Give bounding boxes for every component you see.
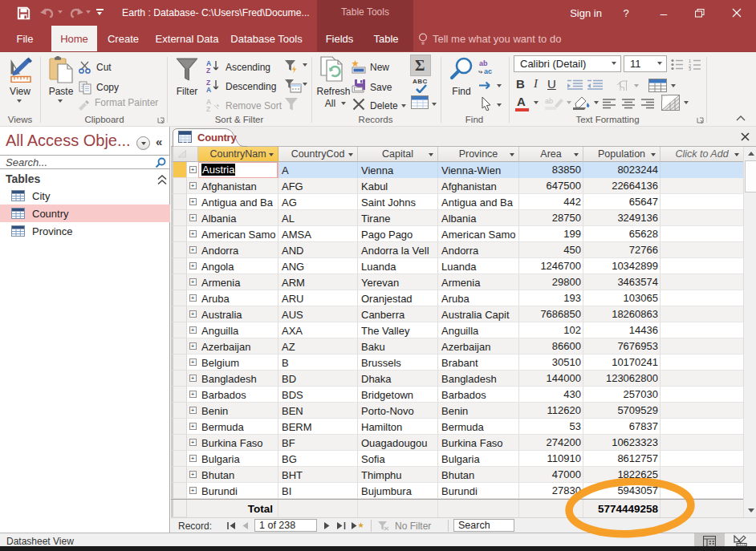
svg-text:ac: ac xyxy=(484,67,492,75)
svg-text:Z: Z xyxy=(206,105,210,112)
svg-text:Z: Z xyxy=(206,67,210,74)
svg-text:ab: ab xyxy=(545,97,553,105)
svg-text:3: 3 xyxy=(689,67,691,71)
svg-text:A: A xyxy=(206,86,211,93)
svg-text:ab: ab xyxy=(479,59,488,67)
